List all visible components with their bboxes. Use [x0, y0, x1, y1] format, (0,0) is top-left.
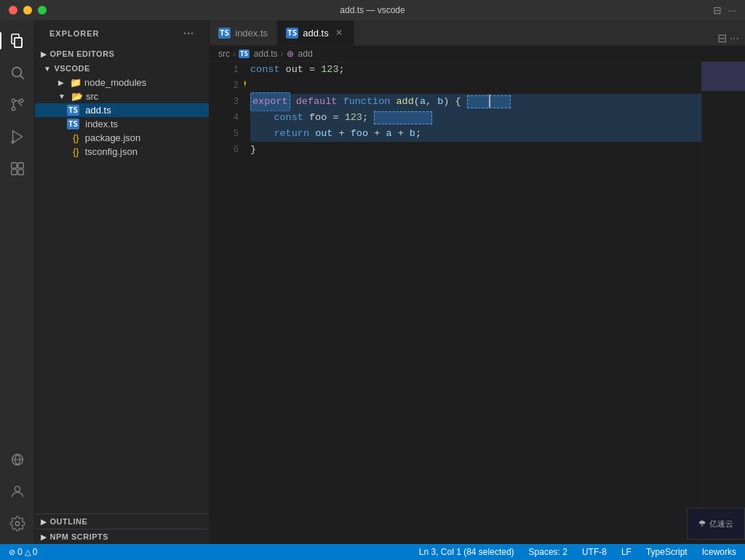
split-editor-button[interactable]: ⊟ — [717, 31, 727, 45]
token: = — [332, 110, 338, 126]
open-editors-section: ▶ OPEN EDITORS — [35, 47, 209, 61]
tree-item-tsconfig-json[interactable]: {} tsconfig.json — [35, 145, 209, 159]
inline-highlight-2 — [374, 111, 432, 124]
activity-item-run[interactable] — [3, 122, 32, 151]
npm-scripts-header[interactable]: ▶ NPM SCRIPTS — [35, 529, 209, 544]
tab-add-ts[interactable]: TS add.ts ✕ — [277, 20, 354, 45]
status-errors[interactable]: ⊘ 0 △ 0 — [6, 544, 40, 560]
activity-item-account[interactable] — [3, 477, 32, 506]
token — [345, 126, 351, 142]
index-ts-type-icon: TS — [67, 119, 79, 129]
index-ts-tab-icon: TS — [218, 28, 231, 39]
vscode-section: ▼ VSCODE ▶ 📁 node_modules ▼ 📂 src TS add… — [35, 61, 209, 159]
breadcrumb-fn-icon: ⊕ — [287, 49, 294, 59]
code-line-6: } — [250, 142, 701, 158]
status-bar-right: Ln 3, Col 1 (84 selected) Spaces: 2 UTF-… — [416, 544, 739, 560]
add-ts-tab-close[interactable]: ✕ — [333, 27, 345, 39]
token: 123 — [339, 110, 362, 126]
activity-item-search[interactable] — [3, 58, 32, 87]
activity-item-settings[interactable] — [3, 509, 32, 538]
editor-area: TS index.ts TS add.ts ✕ ⊟ ··· src › TS a… — [210, 20, 745, 544]
svg-point-15 — [15, 487, 20, 492]
sidebar-header-actions: ··· — [183, 28, 194, 39]
src-folder-icon: 📂 — [71, 91, 83, 102]
tree-item-package-json[interactable]: {} package.json — [35, 131, 209, 145]
svg-rect-1 — [15, 38, 22, 47]
outline-section: ▶ OUTLINE — [35, 513, 209, 529]
tab-index-ts[interactable]: TS index.ts — [210, 20, 277, 45]
npm-scripts-section: ▶ NPM SCRIPTS — [35, 529, 209, 544]
split-editor-icon[interactable]: ⊟ — [713, 4, 722, 16]
token — [368, 126, 374, 142]
token: export — [250, 92, 290, 111]
token — [380, 126, 386, 142]
token: + — [374, 126, 380, 142]
outline-chevron: ▶ — [41, 518, 47, 526]
code-content[interactable]: const out = 123 ; 💡 export default f — [244, 62, 701, 544]
breadcrumb-src[interactable]: src — [218, 49, 230, 59]
package-json-label: package.json — [85, 132, 141, 143]
tree-item-add-ts[interactable]: TS add.ts — [35, 103, 209, 117]
window-title: add.ts — vscode — [340, 5, 405, 15]
npm-scripts-label: NPM SCRIPTS — [50, 532, 109, 541]
code-editor[interactable]: 1 2 3 4 5 6 const out = 123 ; 💡 — [210, 62, 745, 544]
token — [392, 126, 398, 142]
breadcrumb: src › TS add.ts › ⊕ add — [210, 46, 745, 62]
breadcrumb-sep-1: › — [233, 49, 236, 59]
status-encoding[interactable]: UTF-8 — [579, 544, 610, 560]
vscode-folder-header[interactable]: ▼ VSCODE — [35, 61, 209, 76]
more-actions-icon[interactable]: ··· — [728, 4, 736, 16]
status-brand[interactable]: Iceworks — [699, 544, 739, 560]
svg-line-4 — [20, 76, 23, 79]
sidebar: EXPLORER ··· ▶ OPEN EDITORS ▼ VSCODE ▶ 📁… — [35, 20, 210, 544]
brand-watermark: 🌩 亿速云 — [687, 508, 745, 540]
tsconfig-json-label: tsconfig.json — [85, 146, 138, 157]
tree-item-index-ts[interactable]: TS index.ts — [35, 117, 209, 131]
lightbulb-icon[interactable]: 💡 — [244, 78, 248, 94]
status-eol[interactable]: LF — [618, 544, 634, 560]
line-num-2: 2 — [215, 78, 239, 94]
token: ; — [339, 62, 345, 78]
tree-item-node-modules[interactable]: ▶ 📁 node_modules — [35, 76, 209, 89]
node-modules-chevron: ▶ — [58, 79, 64, 87]
activity-item-extensions[interactable] — [3, 154, 32, 183]
line-num-5: 5 — [215, 126, 239, 142]
open-editors-header[interactable]: ▶ OPEN EDITORS — [35, 47, 209, 61]
token: a — [420, 94, 426, 110]
token: const — [250, 62, 280, 78]
open-editors-label: OPEN EDITORS — [50, 49, 115, 58]
maximize-button[interactable] — [38, 6, 47, 15]
activity-item-explorer[interactable] — [3, 26, 32, 55]
token: default — [296, 94, 338, 110]
package-json-icon: {} — [73, 132, 79, 143]
token: , — [426, 94, 437, 110]
more-tabs-button[interactable]: ··· — [730, 32, 739, 45]
minimize-button[interactable] — [23, 6, 32, 15]
brand-watermark-text: 🌩 亿速云 — [698, 519, 733, 529]
tree-item-src[interactable]: ▼ 📂 src — [35, 89, 209, 103]
open-editors-chevron: ▶ — [41, 50, 47, 58]
token: b — [437, 94, 443, 110]
outline-header[interactable]: ▶ OUTLINE — [35, 514, 209, 529]
status-language[interactable]: TypeScript — [643, 544, 690, 560]
token: ; — [415, 126, 421, 142]
vscode-folder-label: VSCODE — [54, 64, 89, 73]
activity-item-remote[interactable] — [3, 445, 32, 474]
status-spaces[interactable]: Spaces: 2 — [526, 544, 570, 560]
src-label: src — [86, 91, 98, 102]
sidebar-title: EXPLORER — [49, 29, 100, 38]
breadcrumb-fn-label: add — [298, 49, 313, 59]
breadcrumb-add-fn[interactable]: ⊕ add — [287, 49, 313, 59]
node-modules-label: node_modules — [84, 77, 146, 88]
line-numbers: 1 2 3 4 5 6 — [210, 62, 244, 544]
token: function — [343, 94, 391, 110]
status-cursor-position[interactable]: Ln 3, Col 1 (84 selected) — [416, 544, 517, 560]
spaces-text: Spaces: 2 — [529, 547, 567, 557]
token: b — [410, 126, 415, 142]
new-file-icon[interactable]: ··· — [183, 28, 194, 39]
breadcrumb-add-ts[interactable]: TS add.ts — [239, 49, 278, 59]
status-bar-left: ⊘ 0 △ 0 — [6, 544, 40, 560]
close-button[interactable] — [9, 6, 17, 15]
activity-item-source-control[interactable] — [3, 90, 32, 119]
encoding-text: UTF-8 — [582, 547, 607, 557]
